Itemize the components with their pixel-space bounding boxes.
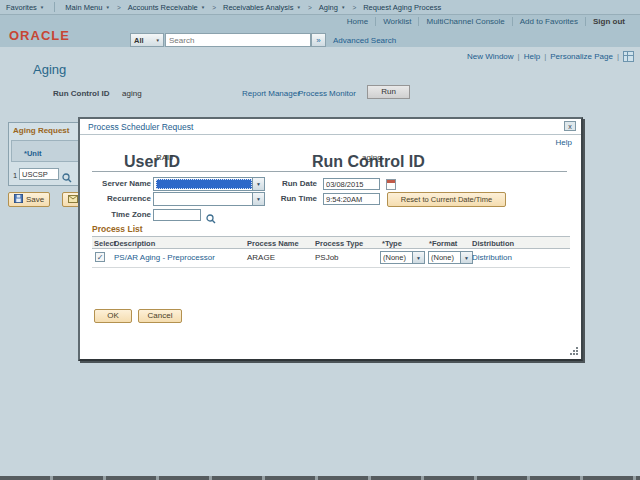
breadcrumb-label: Main Menu xyxy=(65,3,102,12)
help-link[interactable]: Help xyxy=(524,52,540,61)
chevron-down-icon: ▼ xyxy=(252,193,264,205)
process-list-header-row: Select Description Process Name Process … xyxy=(92,236,570,249)
time-zone-label: Time Zone xyxy=(80,210,151,219)
run-time-input[interactable] xyxy=(323,193,380,205)
breadcrumb-label: Request Aging Process xyxy=(363,3,441,12)
personalize-page-link[interactable]: Personalize Page xyxy=(550,52,613,61)
breadcrumb-aging[interactable]: Aging ▼ xyxy=(313,3,352,12)
dialog-run-control-value: aging xyxy=(362,153,382,162)
worklist-link[interactable]: Worklist xyxy=(375,17,418,26)
server-name-dropdown[interactable]: ▼ xyxy=(153,177,265,191)
recurrence-dropdown[interactable]: ▼ xyxy=(153,192,265,206)
close-icon[interactable]: x xyxy=(564,121,576,131)
save-button[interactable]: Save xyxy=(8,192,50,207)
unit-lookup-icon[interactable] xyxy=(62,169,72,187)
server-name-row: Server Name ▼ Run Date xyxy=(80,177,581,191)
sign-out-link[interactable]: Sign out xyxy=(585,17,632,26)
process-description-link[interactable]: PS/AR Aging - Preprocessor xyxy=(114,253,215,262)
chevron-right-icon: > xyxy=(212,4,216,11)
breadcrumb-request-aging-process[interactable]: Request Aging Process xyxy=(357,3,447,12)
time-zone-lookup-icon[interactable] xyxy=(206,210,216,228)
dialog-help-link[interactable]: Help xyxy=(556,138,572,147)
breadcrumb-divider xyxy=(54,2,55,12)
chevron-down-icon: ▼ xyxy=(156,38,160,43)
process-list-row: ✓ PS/AR Aging - Preprocessor ARAGE PSJob… xyxy=(92,249,570,268)
process-monitor-link[interactable]: Process Monitor xyxy=(298,89,356,98)
chevron-right-icon: > xyxy=(117,4,121,11)
chevron-down-icon: ▼ xyxy=(460,252,472,263)
advanced-search-link[interactable]: Advanced Search xyxy=(333,36,396,45)
separator: | xyxy=(617,52,619,61)
chevron-down-icon: ▼ xyxy=(296,5,300,10)
portal-links: Home Worklist MultiChannel Console Add t… xyxy=(340,17,632,26)
breadcrumb-bar: Favorites ▼ Main Menu ▼ > Accounts Recei… xyxy=(0,0,640,15)
time-zone-input[interactable] xyxy=(153,209,201,221)
run-date-input[interactable] xyxy=(323,178,380,190)
process-name-header: Process Name xyxy=(247,239,299,248)
page-action-links: New Window | Help | Personalize Page | xyxy=(467,51,634,62)
page-title: Aging xyxy=(33,62,66,77)
run-button[interactable]: Run xyxy=(367,85,410,99)
recurrence-row: Recurrence ▼ Run Time Reset to Current D… xyxy=(80,192,581,206)
search-scope-value: All xyxy=(134,36,144,45)
select-checkbox[interactable]: ✓ xyxy=(95,252,105,262)
dialog-title: Process Scheduler Request xyxy=(88,122,193,132)
server-name-selected xyxy=(156,179,252,189)
calendar-icon[interactable] xyxy=(386,179,396,190)
multichannel-console-link[interactable]: MultiChannel Console xyxy=(418,17,511,26)
peoplesoft-screen: Favorites ▼ Main Menu ▼ > Accounts Recei… xyxy=(0,0,640,480)
personalize-grid-icon[interactable] xyxy=(623,51,634,62)
separator: | xyxy=(544,52,546,61)
recurrence-label: Recurrence xyxy=(80,194,151,203)
unit-column-header: *Unit xyxy=(24,149,42,158)
format-selected: (None) xyxy=(431,253,460,262)
distribution-link[interactable]: Distribution xyxy=(472,253,512,262)
format-header: *Format xyxy=(429,239,457,248)
process-type-value: PSJob xyxy=(315,253,339,262)
breadcrumb-label: Receivables Analysis xyxy=(223,3,293,12)
dialog-titlebar: Process Scheduler Request x xyxy=(80,119,581,135)
aging-request-title: Aging Request xyxy=(13,126,69,135)
type-selected: (None) xyxy=(383,253,412,262)
oracle-logo: ORACLE xyxy=(9,28,70,43)
ok-button[interactable]: OK xyxy=(94,309,132,323)
distribution-header: Distribution xyxy=(472,239,514,248)
run-control-id-label: Run Control ID xyxy=(53,89,109,98)
server-name-label: Server Name xyxy=(80,179,151,188)
unit-input[interactable] xyxy=(19,168,59,180)
breadcrumb-accounts-receivable[interactable]: Accounts Receivable ▼ xyxy=(122,3,212,12)
favorites-menu[interactable]: Favorites ▼ xyxy=(0,3,50,12)
add-to-favorites-link[interactable]: Add to Favorites xyxy=(512,17,585,26)
process-type-header: Process Type xyxy=(315,239,363,248)
type-header: *Type xyxy=(382,239,402,248)
format-dropdown[interactable]: (None) ▼ xyxy=(428,251,473,264)
chevron-down-icon: ▼ xyxy=(105,5,109,10)
chevron-down-icon: ▼ xyxy=(412,252,424,263)
home-link[interactable]: Home xyxy=(340,17,375,26)
reset-date-time-button[interactable]: Reset to Current Date/Time xyxy=(387,192,506,207)
breadcrumb-main-menu[interactable]: Main Menu ▼ xyxy=(59,3,116,12)
process-list-title: Process List xyxy=(92,224,143,234)
select-header: Select xyxy=(94,239,116,248)
separator-line xyxy=(92,171,567,172)
search-scope-dropdown[interactable]: All ▼ xyxy=(130,33,164,47)
new-window-link[interactable]: New Window xyxy=(467,52,514,61)
time-zone-row: Time Zone xyxy=(80,208,581,222)
chevron-down-icon: ▼ xyxy=(341,5,345,10)
breadcrumb-receivables-analysis[interactable]: Receivables Analysis ▼ xyxy=(217,3,307,12)
chevron-down-icon: ▼ xyxy=(252,178,264,190)
save-icon xyxy=(14,194,23,205)
process-name-value: ARAGE xyxy=(247,253,275,262)
type-dropdown[interactable]: (None) ▼ xyxy=(380,251,425,264)
chevron-down-icon: ▼ xyxy=(201,5,205,10)
resize-handle[interactable] xyxy=(569,347,578,356)
breadcrumb-label: Accounts Receivable xyxy=(128,3,198,12)
search-go-button[interactable]: » xyxy=(311,33,326,47)
search-input[interactable] xyxy=(165,33,311,47)
row-number: 1 xyxy=(13,171,17,180)
run-time-label: Run Time xyxy=(275,194,317,203)
cancel-button[interactable]: Cancel xyxy=(138,309,182,323)
process-scheduler-request-dialog: Process Scheduler Request x Help User ID… xyxy=(78,117,583,361)
report-manager-link[interactable]: Report Manager xyxy=(242,89,300,98)
user-id-value: RAIJ xyxy=(156,153,173,162)
